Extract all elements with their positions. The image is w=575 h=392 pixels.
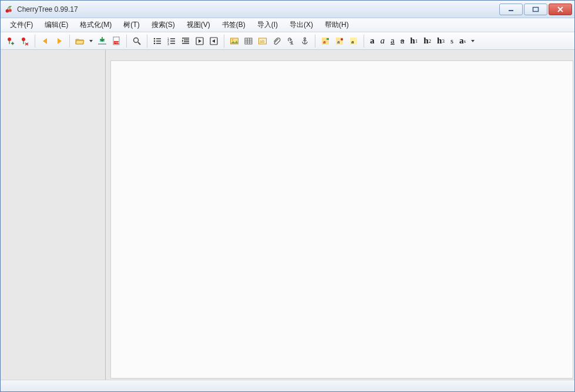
svg-point-0: [6, 9, 9, 12]
h1-sub: 1: [415, 38, 418, 44]
indent-list-icon[interactable]: [179, 35, 192, 48]
italic-btn[interactable]: a: [378, 35, 388, 48]
menu-file[interactable]: 文件(F): [4, 18, 39, 32]
toolbar-separator: [224, 35, 224, 48]
h2-btn[interactable]: h2: [421, 35, 433, 48]
open-icon[interactable]: [73, 35, 86, 48]
anchor-icon[interactable]: [298, 35, 311, 48]
statusbar: [1, 380, 574, 391]
h2-sub: 2: [429, 38, 432, 44]
svg-text:3: 3: [167, 42, 169, 45]
svg-point-10: [134, 38, 139, 42]
svg-rect-21: [245, 38, 252, 44]
svg-rect-3: [509, 10, 513, 11]
menu-import[interactable]: 导入(I): [251, 18, 284, 32]
more-dropdown-icon[interactable]: [469, 39, 476, 43]
svg-point-13: [154, 42, 156, 44]
menu-export[interactable]: 导出(X): [284, 18, 319, 32]
editor[interactable]: [110, 60, 573, 379]
superscript-btn[interactable]: as: [457, 35, 468, 48]
h3-sub: 3: [442, 38, 445, 44]
attach-icon[interactable]: [270, 35, 283, 48]
window-title: CherryTree 0.99.17: [17, 5, 498, 13]
link-icon[interactable]: [284, 35, 297, 48]
image-icon[interactable]: [228, 35, 241, 48]
small-btn[interactable]: s: [448, 35, 456, 48]
table-icon[interactable]: [242, 35, 255, 48]
menu-bookmark[interactable]: 书签(B): [216, 18, 251, 32]
numbered-list-icon[interactable]: 123: [165, 35, 178, 48]
svg-point-24: [304, 38, 306, 39]
open-dropdown-icon[interactable]: [88, 39, 95, 43]
svg-point-30: [341, 38, 343, 40]
sup-base: a: [459, 36, 464, 46]
app-icon: [4, 5, 14, 14]
new-node-icon[interactable]: [4, 35, 17, 48]
highlight-icon[interactable]: a: [347, 35, 360, 48]
h3-label: h: [437, 36, 442, 46]
maximize-button[interactable]: [524, 4, 547, 15]
svg-rect-27: [327, 38, 329, 40]
editor-header-gutter: [108, 50, 574, 60]
svg-text:PDF: PDF: [115, 41, 120, 44]
search-icon[interactable]: [130, 35, 143, 48]
forward-icon[interactable]: [53, 35, 66, 48]
color-bg-icon[interactable]: a: [333, 35, 346, 48]
menu-view[interactable]: 视图(V): [181, 18, 216, 32]
svg-point-6: [22, 38, 25, 41]
svg-text:a: a: [323, 39, 326, 45]
toolbar-separator: [35, 35, 35, 48]
toggle-icon[interactable]: [207, 35, 220, 48]
menu-edit[interactable]: 编辑(E): [39, 18, 74, 32]
color-fg-icon[interactable]: a: [319, 35, 332, 48]
main-area: [1, 50, 574, 380]
bold-btn[interactable]: a: [368, 35, 377, 48]
svg-text:ab: ab: [260, 39, 264, 44]
menu-help[interactable]: 帮助(H): [319, 18, 355, 32]
svg-text:a: a: [337, 39, 340, 45]
sup-exp: s: [463, 38, 466, 44]
toolbar-separator: [69, 35, 70, 48]
h1-label: h: [410, 36, 415, 46]
minimize-button[interactable]: [499, 4, 523, 15]
svg-text:a: a: [351, 39, 354, 45]
toolbar: PDF 123 ab a a: [1, 32, 574, 50]
menu-tree[interactable]: 树(T): [117, 18, 145, 32]
toolbar-separator: [315, 35, 315, 48]
strike-btn[interactable]: a: [398, 35, 407, 48]
svg-rect-4: [533, 7, 539, 11]
back-icon[interactable]: [39, 35, 52, 48]
execute-icon[interactable]: [193, 35, 206, 48]
bullet-list-icon[interactable]: [151, 35, 164, 48]
remove-node-icon[interactable]: [18, 35, 31, 48]
h2-label: h: [423, 36, 428, 46]
underline-btn[interactable]: a: [388, 35, 397, 48]
svg-point-1: [9, 9, 12, 12]
svg-point-5: [8, 38, 11, 41]
save-icon[interactable]: [96, 35, 109, 48]
close-button[interactable]: [549, 4, 572, 15]
menu-search[interactable]: 搜索(S): [146, 18, 181, 32]
window-controls: [498, 4, 572, 15]
svg-point-20: [232, 39, 234, 40]
tree-panel[interactable]: [1, 50, 106, 380]
svg-point-11: [154, 38, 156, 39]
toolbar-separator: [364, 35, 364, 48]
editor-wrap: [108, 50, 574, 380]
export-pdf-icon[interactable]: PDF: [110, 35, 123, 48]
svg-point-12: [154, 40, 156, 42]
h3-btn[interactable]: h3: [435, 35, 447, 48]
h1-btn[interactable]: h1: [408, 35, 420, 48]
codebox-icon[interactable]: ab: [256, 35, 269, 48]
titlebar: CherryTree 0.99.17: [1, 1, 574, 18]
menu-format[interactable]: 格式化(M): [74, 18, 117, 32]
toolbar-separator: [126, 35, 127, 48]
toolbar-separator: [147, 35, 147, 48]
menubar: 文件(F) 编辑(E) 格式化(M) 树(T) 搜索(S) 视图(V) 书签(B…: [1, 18, 574, 32]
